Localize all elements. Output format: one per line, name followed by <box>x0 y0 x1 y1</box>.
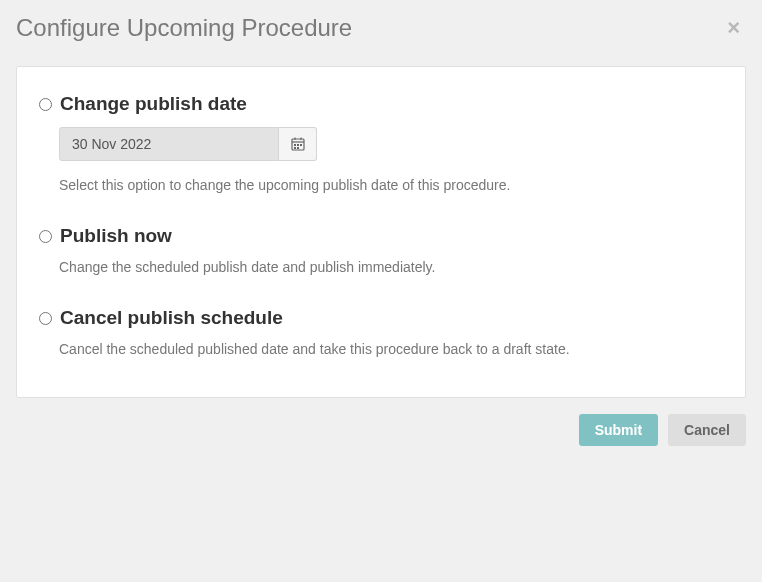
radio-publish-now[interactable] <box>39 230 52 243</box>
svg-rect-6 <box>300 144 302 146</box>
publish-date-input[interactable] <box>59 127 279 161</box>
modal-title: Configure Upcoming Procedure <box>16 14 352 42</box>
calendar-button[interactable] <box>279 127 317 161</box>
svg-rect-4 <box>294 144 296 146</box>
options-panel: Change publish date <box>16 66 746 398</box>
option-title-publish-now: Publish now <box>60 225 172 247</box>
svg-rect-7 <box>294 147 296 149</box>
help-cancel-schedule: Cancel the scheduled published date and … <box>59 341 723 357</box>
help-publish-now: Change the scheduled publish date and pu… <box>59 259 723 275</box>
option-publish-now: Publish now Change the scheduled publish… <box>39 225 723 275</box>
calendar-icon <box>291 137 305 151</box>
cancel-button[interactable]: Cancel <box>668 414 746 446</box>
option-title-cancel-schedule: Cancel publish schedule <box>60 307 283 329</box>
radio-cancel-schedule[interactable] <box>39 312 52 325</box>
radio-change-date[interactable] <box>39 98 52 111</box>
option-change-date: Change publish date <box>39 93 723 193</box>
submit-button[interactable]: Submit <box>579 414 658 446</box>
option-title-change-date: Change publish date <box>60 93 247 115</box>
svg-rect-8 <box>297 147 299 149</box>
close-icon[interactable]: × <box>721 17 746 39</box>
option-cancel-schedule: Cancel publish schedule Cancel the sched… <box>39 307 723 357</box>
help-change-date: Select this option to change the upcomin… <box>59 177 723 193</box>
svg-rect-5 <box>297 144 299 146</box>
